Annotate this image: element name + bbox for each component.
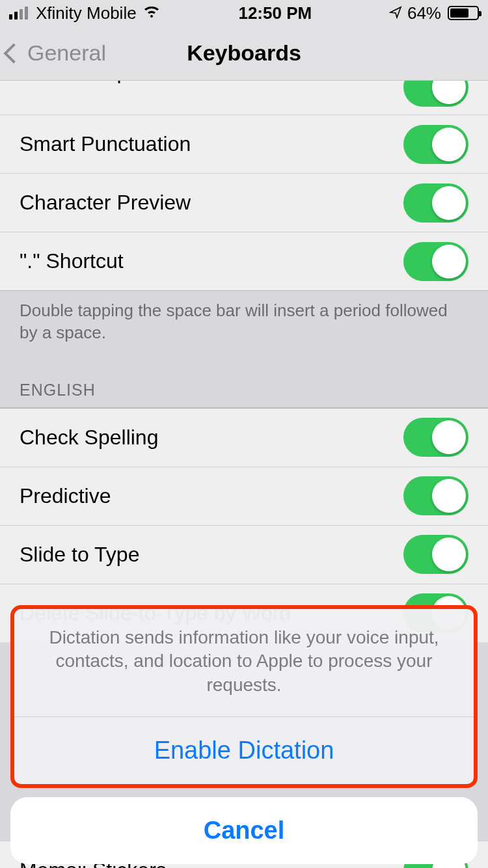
row-character-preview[interactable]: Character Preview [0, 173, 488, 232]
chevron-left-icon [3, 43, 23, 63]
toggle-enable-caps-lock[interactable] [403, 81, 468, 107]
toggle-period-shortcut[interactable] [403, 242, 468, 281]
toggle-character-preview[interactable] [403, 183, 468, 223]
row-label: Check Spelling [20, 426, 158, 450]
back-button[interactable]: General [0, 40, 106, 66]
carrier-label: Xfinity Mobile [36, 3, 137, 23]
toggle-smart-punctuation[interactable] [403, 125, 468, 164]
nav-header: General Keyboards [0, 26, 488, 81]
row-label: "." Shortcut [20, 249, 124, 273]
row-enable-caps-lock[interactable]: Enable Caps Lock [0, 81, 488, 115]
toggle-predictive[interactable] [403, 476, 468, 515]
row-check-spelling[interactable]: Check Spelling [0, 408, 488, 467]
status-time: 12:50 PM [238, 3, 312, 23]
row-predictive[interactable]: Predictive [0, 467, 488, 525]
row-label: Enable Caps Lock [20, 81, 189, 84]
battery-percent: 64% [407, 3, 441, 23]
action-sheet-group-highlighted: Dictation sends information like your vo… [10, 605, 478, 788]
row-label: Character Preview [20, 191, 191, 215]
wifi-icon [142, 3, 161, 23]
location-icon [389, 3, 402, 23]
status-right: 64% [389, 3, 479, 23]
action-sheet: Dictation sends information like your vo… [10, 605, 478, 864]
row-label: Slide to Type [20, 543, 139, 567]
toggle-check-spelling[interactable] [403, 418, 468, 457]
signal-icon [9, 7, 28, 20]
row-period-shortcut[interactable]: "." Shortcut [0, 232, 488, 290]
enable-dictation-button[interactable]: Enable Dictation [14, 717, 474, 784]
row-label: Predictive [20, 484, 111, 508]
section-top-partial: Enable Caps Lock Smart Punctuation Chara… [0, 81, 488, 290]
row-slide-to-type[interactable]: Slide to Type [0, 525, 488, 584]
battery-icon [448, 6, 479, 20]
toggle-slide-to-type[interactable] [403, 535, 468, 574]
row-smart-punctuation[interactable]: Smart Punctuation [0, 115, 488, 173]
action-sheet-message: Dictation sends information like your vo… [14, 609, 474, 717]
section-header-english: ENGLISH [0, 362, 488, 407]
back-label: General [27, 40, 106, 66]
section-footer: Double tapping the space bar will insert… [0, 291, 488, 362]
cancel-button[interactable]: Cancel [10, 797, 478, 864]
status-bar: Xfinity Mobile 12:50 PM 64% [0, 0, 488, 26]
row-label: Smart Punctuation [20, 132, 191, 156]
status-left: Xfinity Mobile [9, 3, 161, 23]
